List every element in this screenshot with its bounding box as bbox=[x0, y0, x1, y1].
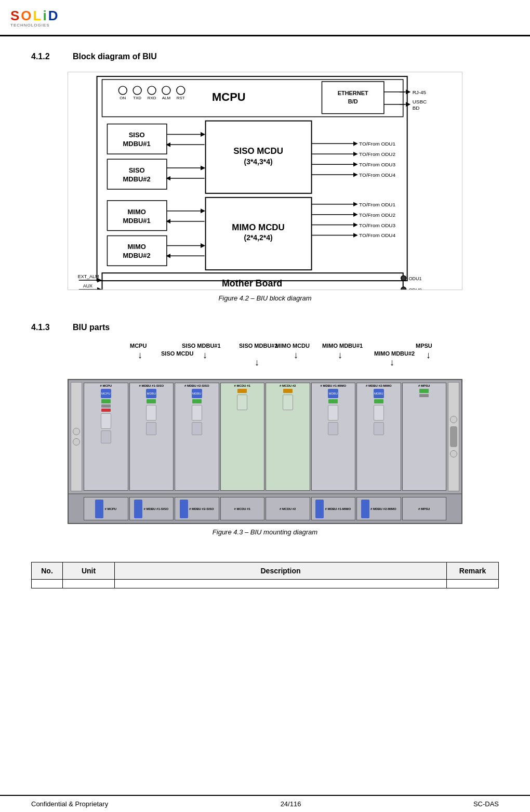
table-header-row: No. Unit Description Remark bbox=[32, 562, 499, 580]
logo-text: SOLiD TECHNOLOGIES bbox=[10, 8, 59, 28]
table-cell-no bbox=[32, 580, 63, 588]
arrow-mcpu: ↓ bbox=[138, 350, 142, 361]
bottom-mcpu-text: # MCPU bbox=[104, 507, 116, 510]
svg-text:MDBU#2: MDBU#2 bbox=[123, 252, 151, 259]
svg-text:TXD: TXD bbox=[133, 96, 141, 100]
figure-413-caption: Figure 4.3 – BIU mounting diagram bbox=[213, 528, 317, 536]
svg-text:MDBU#1: MDBU#1 bbox=[123, 140, 151, 148]
slot-mdbu2-module2 bbox=[192, 422, 202, 435]
slot-mdbu4-led bbox=[374, 399, 383, 403]
slot-mdbu4-module2 bbox=[374, 422, 384, 435]
slot-mdbu4-label: # MDBU #2-MIMO bbox=[366, 384, 392, 387]
slot-mpsu-led bbox=[419, 389, 429, 393]
arrow-mpsu: ↓ bbox=[426, 350, 431, 361]
svg-text:MCPU: MCPU bbox=[212, 90, 245, 103]
label-siso-mdbu2: SISO MDBU#2 bbox=[239, 343, 278, 349]
label-siso-mcdu: SISO MCDU bbox=[161, 350, 193, 357]
bottom-slot-mdbu3: # MDBU #1-MIMO bbox=[311, 497, 356, 520]
table-cell-unit bbox=[63, 580, 115, 588]
slot-mcdu1-led bbox=[237, 389, 247, 393]
bottom-mdbu2-blue bbox=[180, 500, 188, 518]
slot-mcpu-module2 bbox=[101, 430, 111, 443]
svg-text:TO/From ODU3: TO/From ODU3 bbox=[359, 162, 395, 167]
slot-mcpu-led1 bbox=[101, 399, 111, 403]
right-cap-circle-top bbox=[450, 416, 457, 423]
svg-point-71 bbox=[401, 276, 406, 281]
bottom-slot-mcdu2: # MCDU #2 bbox=[266, 497, 310, 520]
slot-mcdu2-label: # MCDU #2 bbox=[280, 384, 296, 387]
slot-mcpu-blue: MCPU bbox=[101, 389, 111, 398]
svg-text:TO/From ODU3: TO/From ODU3 bbox=[359, 222, 395, 228]
svg-text:TO/From ODU4: TO/From ODU4 bbox=[359, 172, 395, 178]
table-header-remark: Remark bbox=[447, 562, 499, 580]
slot-mcdu1: # MCDU #1 bbox=[220, 383, 265, 491]
slot-mdbu3-module bbox=[328, 405, 338, 421]
svg-text:RXD: RXD bbox=[148, 96, 156, 100]
svg-text:ODU1: ODU1 bbox=[409, 276, 422, 281]
slot-mdbu3-led bbox=[328, 399, 338, 403]
slot-mcdu2: # MCDU #2 bbox=[266, 383, 310, 491]
svg-text:MDBU#2: MDBU#2 bbox=[123, 175, 151, 183]
svg-text:(3*4,3*4): (3*4,3*4) bbox=[244, 158, 273, 166]
svg-point-73 bbox=[401, 287, 406, 290]
slot-mdbu1: # MDBU #1-SISO MDBU bbox=[129, 383, 174, 491]
slot-mdbu3: # MDBU #1-MIMO MDBU bbox=[311, 383, 356, 491]
slot-mdbu4: # MDBU #2-MIMO MDBU bbox=[356, 383, 401, 491]
svg-text:RST: RST bbox=[177, 96, 185, 100]
label-mimo-mdbu1: MIMO MDBU#1 bbox=[322, 343, 363, 349]
svg-text:ON: ON bbox=[120, 96, 126, 100]
slot-mdbu2-label: # MDBU #2-SISO bbox=[184, 384, 209, 387]
bottom-mdbu1-blue bbox=[134, 500, 142, 518]
svg-text:TO/From ODU1: TO/From ODU1 bbox=[359, 141, 395, 147]
slot-row-bottom: # MCPU # MDBU #1-SISO # MDBU #2-SISO # M… bbox=[69, 494, 461, 523]
page-header: SOLiD TECHNOLOGIES bbox=[0, 0, 530, 36]
bottom-mdbu4-blue bbox=[361, 500, 369, 518]
bottom-slot-mdbu4: # MDBU #2-MIMO bbox=[356, 497, 401, 520]
bottom-mcdu1-text: # MCDU #1 bbox=[234, 507, 250, 510]
slot-mdbu1-blue: MDBU bbox=[146, 389, 156, 398]
svg-text:TO/From ODU1: TO/From ODU1 bbox=[359, 202, 395, 207]
footer-right: SC-DAS bbox=[473, 800, 499, 808]
table-cell-remark bbox=[447, 580, 499, 588]
cap-circle-top bbox=[73, 428, 80, 435]
section-412-title: Block diagram of BIU bbox=[73, 52, 157, 61]
arrow-mimo-mdbu2: ↓ bbox=[390, 357, 394, 368]
bottom-mdbu4-text: # MDBU #2-MIMO bbox=[370, 507, 396, 510]
arrow-mimo-mdbu1: ↓ bbox=[338, 350, 342, 361]
slot-mdbu2-blue: MDBU bbox=[192, 389, 202, 398]
svg-text:USBC: USBC bbox=[413, 99, 427, 104]
left-endcap bbox=[71, 382, 82, 491]
table-header-description: Description bbox=[115, 562, 447, 580]
slot-mcdu1-label: # MCDU #1 bbox=[234, 384, 250, 387]
biu-parts-diagram-container: MCPU SISO MDBU#1 SISO MDBU#2 SISO MCDU M… bbox=[31, 343, 499, 552]
label-mcpu: MCPU bbox=[130, 343, 147, 349]
bottom-slot-mpsu: # MPSU bbox=[402, 497, 447, 520]
slot-mcdu2-led bbox=[283, 389, 293, 393]
biu-block-diagram-svg: ONTXDRXDALMRSTMCPUETHERNETB/DRJ-45USBCBD… bbox=[68, 72, 462, 290]
logo: SOLiD TECHNOLOGIES bbox=[10, 8, 59, 28]
svg-text:(2*4,2*4): (2*4,2*4) bbox=[244, 233, 273, 242]
footer-center: 24/116 bbox=[281, 800, 301, 808]
svg-text:SISO MCDU: SISO MCDU bbox=[233, 146, 283, 156]
arrow-siso-mdbu1: ↓ bbox=[203, 350, 207, 361]
svg-text:RJ-45: RJ-45 bbox=[413, 89, 427, 95]
table-header-unit: Unit bbox=[63, 562, 115, 580]
slot-mcpu-module bbox=[101, 413, 111, 429]
bottom-left-spacer bbox=[71, 496, 82, 521]
bottom-mcpu-blue bbox=[95, 500, 103, 518]
slot-mdbu1-module2 bbox=[146, 422, 156, 435]
slot-mcpu-red bbox=[101, 409, 111, 412]
svg-text:Mother Board: Mother Board bbox=[222, 278, 282, 289]
svg-text:ALM: ALM bbox=[162, 96, 170, 100]
right-endcap bbox=[448, 382, 459, 491]
arrow-siso-mdbu2: ↓ bbox=[255, 357, 259, 368]
slot-mdbu2: # MDBU #2-SISO MDBU bbox=[175, 383, 219, 491]
table-cell-desc bbox=[115, 580, 447, 588]
slot-mpsu-mid bbox=[419, 394, 429, 397]
main-content: 4.1.2 Block diagram of BIU ONTXDRXDALMRS… bbox=[0, 36, 530, 599]
section-412-heading: 4.1.2 Block diagram of BIU bbox=[31, 52, 499, 61]
svg-text:MIMO MCDU: MIMO MCDU bbox=[232, 222, 284, 232]
bottom-mcdu2-text: # MCDU #2 bbox=[280, 507, 296, 510]
bottom-slot-mcdu1: # MCDU #1 bbox=[220, 497, 265, 520]
bottom-slot-mdbu2: # MDBU #2-SISO bbox=[175, 497, 219, 520]
